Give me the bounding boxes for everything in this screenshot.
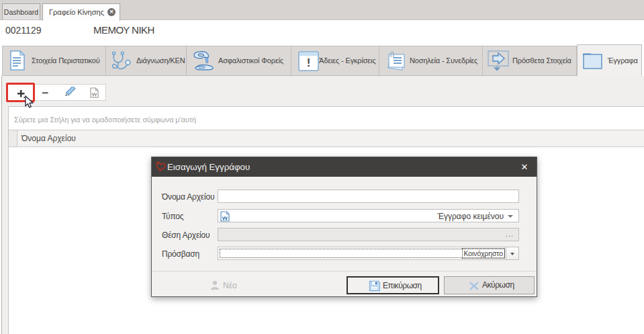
svg-text:!: ! [307,56,311,69]
